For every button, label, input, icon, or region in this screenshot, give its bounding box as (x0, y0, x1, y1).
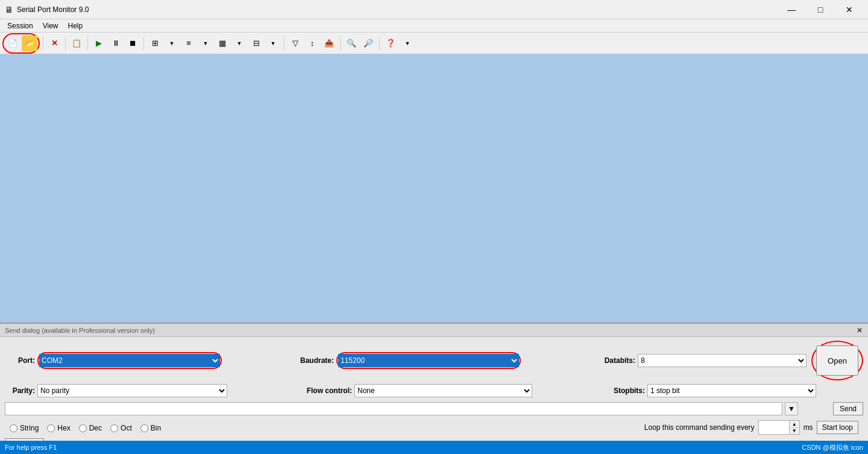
toolbar-separator-7 (379, 37, 380, 50)
toolbar-separator-5 (284, 37, 285, 50)
toolbar-stop-button[interactable]: ✕ (46, 36, 62, 51)
toolbar-table-down-button[interactable]: ▼ (265, 36, 281, 51)
toolbar-grid-down-button[interactable]: ▼ (164, 36, 180, 51)
radio-oct[interactable]: Oct (110, 424, 132, 432)
toolbar-help-button[interactable]: ❓ (383, 36, 398, 51)
flow-control-label: Flow control: (304, 386, 352, 395)
status-help-text: For help press F1 (5, 444, 57, 451)
app-icon: 🖥 (5, 5, 13, 14)
radio-string[interactable]: String (10, 424, 39, 432)
toolbar-play-button[interactable]: ▶ (91, 36, 107, 51)
open-button-wrapper: Open (811, 341, 863, 380)
loop-row: Loop this command sending every 1000 ▲ ▼… (644, 420, 863, 435)
loop-increment-button[interactable]: ▲ (790, 421, 799, 428)
port-label: Port: (5, 356, 35, 365)
menu-help[interactable]: Help (63, 20, 88, 31)
radio-bin-label: Bin (151, 424, 161, 432)
port-select[interactable]: COM2 COM1 COM3 COM4 (39, 354, 220, 367)
port-select-wrapper: COM2 COM1 COM3 COM4 (37, 352, 222, 369)
toolbar-separator-4 (143, 37, 144, 50)
toolbar-zoom-button[interactable]: 🔍 (344, 36, 359, 51)
radio-dec-input[interactable] (79, 424, 87, 432)
toolbar-pause-button[interactable]: ⏸ (108, 36, 124, 51)
send-dropdown-button[interactable]: ▼ (785, 402, 798, 415)
minimize-button[interactable]: — (778, 0, 805, 19)
parity-select[interactable]: No parity Odd Even (37, 384, 227, 397)
radio-bin-input[interactable] (140, 424, 148, 432)
loop-label: Loop this command sending every (644, 423, 755, 432)
radio-string-label: String (20, 424, 39, 432)
toolbar-list-button[interactable]: ≡ (181, 36, 197, 51)
radio-hex-input[interactable] (47, 424, 55, 432)
close-button[interactable]: ✕ (835, 0, 863, 19)
start-loop-button[interactable]: Start loop (817, 421, 858, 434)
send-dialog-label: Send dialog (available in Professional v… (5, 327, 155, 334)
brand-text: CSDN @模拟鱼 icon (802, 443, 863, 452)
stopbits-label: Stopbits: (609, 386, 645, 395)
toolbar-table-button[interactable]: ⊟ (248, 36, 264, 51)
toolbar-zoom2-button[interactable]: 🔎 (360, 36, 376, 51)
toolbar-separator-3 (87, 37, 88, 50)
baudrate-select-wrapper: 115200 9600 19200 38400 57600 (336, 352, 521, 369)
menu-session[interactable]: Session (2, 20, 38, 31)
app-title: Serial Port Monitor 9.0 (17, 5, 778, 14)
loop-unit-label: ms (804, 423, 813, 432)
toolbar-filter-button[interactable]: ▽ (288, 36, 303, 51)
toolbar-arrows-button[interactable]: ↕ (304, 36, 320, 51)
databits-select[interactable]: 8 7 6 5 (638, 354, 807, 367)
parity-label: Parity: (5, 386, 35, 395)
toolbar-export-button[interactable]: 📤 (321, 36, 337, 51)
toolbar-new-button[interactable]: 📄 (5, 36, 20, 51)
radio-row: String Hex Dec Oct Bin (5, 421, 166, 434)
bottom-panel-header: Send dialog (available in Professional v… (0, 324, 868, 337)
toolbar-separator-1 (43, 37, 43, 50)
stopbits-select[interactable]: 1 stop bit 1.5 stop bits 2 stop bits (647, 384, 816, 397)
toolbar-grid-button[interactable]: ⊞ (147, 36, 163, 51)
main-content-area (0, 54, 868, 323)
databits-label: Databits: (599, 356, 635, 365)
toolbar-separator-6 (340, 37, 341, 50)
loop-value-input[interactable]: 1000 (759, 421, 789, 434)
baudrate-select[interactable]: 115200 9600 19200 38400 57600 (338, 354, 519, 367)
toolbar-list-down-button[interactable]: ▼ (198, 36, 213, 51)
flow-control-select[interactable]: None XON/XOFF RTS/CTS (354, 384, 532, 397)
radio-bin[interactable]: Bin (140, 424, 161, 432)
toolbar-bars-down-button[interactable]: ▼ (231, 36, 247, 51)
status-bar: For help press F1 CSDN @模拟鱼 icon (0, 441, 868, 454)
open-button[interactable]: Open (816, 345, 858, 376)
send-input-row: ▼ Send (0, 400, 868, 418)
radio-hex-label: Hex (57, 424, 70, 432)
menu-view[interactable]: View (38, 20, 63, 31)
toolbar-separator-2 (65, 37, 66, 50)
toolbar-bars-button[interactable]: ▦ (215, 36, 230, 51)
send-input[interactable] (5, 402, 782, 415)
radio-oct-input[interactable] (110, 424, 118, 432)
radio-string-input[interactable] (10, 424, 17, 432)
toolbar-help-down-button[interactable]: ▼ (400, 36, 415, 51)
menu-bar: Session View Help (0, 19, 868, 33)
radio-dec[interactable]: Dec (79, 424, 102, 432)
toolbar-open-button[interactable]: 📂 (22, 36, 37, 51)
title-bar: 🖥 Serial Port Monitor 9.0 — □ ✕ (0, 0, 868, 19)
radio-dec-label: Dec (89, 424, 102, 432)
loop-decrement-button[interactable]: ▼ (790, 428, 799, 435)
send-button[interactable]: Send (833, 402, 863, 415)
toolbar: 📄 📂 ✕ 📋 ▶ ⏸ ⏹ ⊞ ▼ ≡ ▼ ▦ ▼ ⊟ ▼ ▽ ↕ 📤 🔍 🔎 … (0, 33, 868, 54)
baudrate-label: Baudrate: (300, 356, 334, 365)
toolbar-copy-button[interactable]: 📋 (69, 36, 84, 51)
toolbar-stop2-button[interactable]: ⏹ (125, 36, 140, 51)
bottom-panel: Send dialog (available in Professional v… (0, 323, 868, 454)
bottom-panel-close-button[interactable]: ✕ (855, 326, 864, 335)
radio-oct-label: Oct (121, 424, 132, 432)
radio-hex[interactable]: Hex (47, 424, 70, 432)
maximize-button[interactable]: □ (807, 0, 834, 19)
